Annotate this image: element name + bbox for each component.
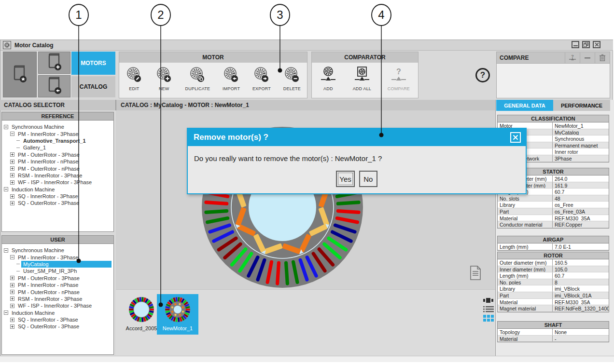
tree-node-label: MyCatalog <box>21 261 112 268</box>
expand-icon[interactable] <box>10 276 14 280</box>
tree-node-automotive-transport-1[interactable]: Automotive_Transport_1 <box>4 137 113 144</box>
tree-node-sq-outerrotor-3phase[interactable]: SQ - OuterRotor - 3Phase <box>4 200 113 206</box>
tree-node-pm-innerrotor-3phase[interactable]: PM - InnerRotor - 3Phase <box>4 130 113 137</box>
duplicate-motor-button[interactable]: DUPLICATE <box>185 67 210 91</box>
tree-node-sq-outerrotor-3phase[interactable]: SQ - OuterRotor - 3Phase <box>4 323 113 330</box>
trash-icon[interactable] <box>595 53 610 63</box>
book-plus-icon <box>46 53 63 73</box>
tree-node-pm-innerrotor-3phase[interactable]: PM - InnerRotor - 3Phase <box>4 254 113 260</box>
motor-plus-icon <box>155 67 173 85</box>
document-icon[interactable] <box>470 266 481 282</box>
tree-node-synchronous-machine[interactable]: Synchronous Machine <box>4 247 113 254</box>
expand-icon[interactable] <box>10 173 14 177</box>
expand-icon[interactable] <box>10 290 14 294</box>
tree-node-pm-outerrotor-3phase[interactable]: PM - OuterRotor - 3Phase <box>4 151 113 158</box>
yes-button[interactable]: Yes <box>336 171 354 187</box>
collapse-icon[interactable] <box>4 248 8 253</box>
window-title: Motor Catalog <box>14 42 54 49</box>
tree-node-label: Synchronous Machine <box>10 123 66 130</box>
compare-balance-icon[interactable]: ? <box>565 53 580 63</box>
motor-pencil-icon <box>126 67 143 85</box>
minimize-button[interactable] <box>572 41 579 48</box>
section-title: CLASSIFICATION <box>498 115 609 122</box>
motor-minus-icon <box>283 67 301 85</box>
help-icon[interactable]: ? <box>475 68 490 82</box>
reference-catalog-button[interactable] <box>3 52 37 97</box>
expand-icon[interactable] <box>10 160 14 164</box>
tree-node-gallery-1[interactable]: Gallery_1 <box>4 144 113 151</box>
tree-node-label: PM - InnerRotor - 3Phase <box>16 254 80 261</box>
expand-icon[interactable] <box>10 297 14 301</box>
tree-node-wf-isp-innerrotor-3phase[interactable]: WF - ISP - InnerRotor - 3Phase <box>4 302 113 309</box>
tab-performance[interactable]: PERFORMANCE <box>553 100 610 111</box>
tree-node-rsm-innerrotor-3phase[interactable]: RSM - InnerRotor - 3Phase <box>4 172 113 179</box>
reference-panel-title: REFERENCE <box>2 112 113 121</box>
tab-catalog[interactable]: CATALOG <box>71 76 115 97</box>
edit-motor-button[interactable]: EDIT <box>126 67 143 91</box>
collapse-icon[interactable] <box>4 310 8 315</box>
new-catalog-button[interactable] <box>38 52 70 74</box>
tree-node-label: PM - InnerRotor - 3Phase <box>16 131 80 137</box>
tree-node-pm-outerrotor-3phase[interactable]: PM - OuterRotor - 3Phase <box>4 275 113 282</box>
callout-circle-3 <box>270 4 290 26</box>
expand-icon[interactable] <box>10 318 14 322</box>
tree-node-induction-machine[interactable]: Induction Machine <box>4 310 113 316</box>
collapse-icon[interactable] <box>10 132 14 136</box>
carousel-view-icon[interactable] <box>483 297 494 305</box>
collapse-icon[interactable] <box>4 187 8 191</box>
import-catalog-button[interactable] <box>38 75 70 97</box>
tree-node-wf-isp-innerrotor-3phase[interactable]: WF - ISP - InnerRotor - 3Phase <box>4 179 113 186</box>
expand-icon[interactable] <box>10 194 14 199</box>
delete-motor-button[interactable]: DELETE <box>283 67 301 91</box>
tree-node-pm-outerrotor-nphase[interactable]: PM - OuterRotor - nPhase <box>4 165 113 172</box>
new-motor-button[interactable]: NEW <box>155 67 173 91</box>
tree-node-sq-innerrotor-3phase[interactable]: SQ - InnerRotor - 3Phase <box>4 193 113 200</box>
tree-node-sq-innerrotor-3phase[interactable]: SQ - InnerRotor - 3Phase <box>4 316 113 323</box>
thumbnail-accord_2005[interactable]: Accord_2005 <box>121 294 162 335</box>
expand-icon[interactable] <box>10 201 14 205</box>
tree-node-user-sm-pm-ir-3ph[interactable]: User_SM_PM_IR_3Ph <box>4 268 113 274</box>
tree-node-rsm-innerrotor-3phase[interactable]: RSM - InnerRotor - 3Phase <box>4 296 113 302</box>
add-all-comparator-button[interactable]: ADD ALL <box>353 67 371 91</box>
expand-icon[interactable] <box>10 180 14 185</box>
reference-panel: REFERENCE Synchronous MachinePM - InnerR… <box>1 112 114 232</box>
expand-icon[interactable] <box>10 283 14 287</box>
expand-icon[interactable] <box>10 304 14 308</box>
user-panel-title: USER <box>2 236 113 244</box>
callout-circle-1 <box>69 4 88 26</box>
restore-button[interactable] <box>582 41 590 48</box>
app-motor-icon <box>3 41 11 49</box>
close-icon[interactable] <box>593 41 600 48</box>
tree-node-mycatalog[interactable]: MyCatalog <box>4 261 113 268</box>
section-rotor: ROTOR Outer diameter (mm) 160.5 Inner di… <box>497 252 609 312</box>
tree-node-label: Synchronous Machine <box>10 247 66 254</box>
detail-row: Length (mm) 7.0 E-1 <box>498 243 609 250</box>
grid-view-icon[interactable] <box>483 315 494 324</box>
callout-circle-4 <box>372 4 391 26</box>
tree-node-label: Induction Machine <box>10 310 56 316</box>
collapse-icon[interactable] <box>4 125 8 129</box>
add-comparator-button[interactable]: ADD <box>320 67 336 91</box>
tree-node-induction-machine[interactable]: Induction Machine <box>4 186 113 193</box>
thumbnail-newmotor_1[interactable]: NewMotor_1 <box>157 294 198 335</box>
compare-comparator-button[interactable]: ? COMPARE <box>388 67 410 91</box>
collapse-icon[interactable] <box>10 255 14 259</box>
expand-icon[interactable] <box>10 324 14 329</box>
tree-node-label: Induction Machine <box>10 186 56 193</box>
no-button[interactable]: No <box>359 171 377 187</box>
compare-remove-icon[interactable] <box>580 53 595 63</box>
tree-node-pm-innerrotor-nphase[interactable]: PM - InnerRotor - nPhase <box>4 282 113 288</box>
export-motor-button[interactable]: EXPORT <box>252 67 271 91</box>
import-motor-button[interactable]: IMPORT <box>223 67 240 91</box>
tree-node-synchronous-machine[interactable]: Synchronous Machine <box>4 123 113 130</box>
expand-icon[interactable] <box>10 166 14 171</box>
tree-connector <box>16 148 20 148</box>
tree-node-pm-outerrotor-nphase[interactable]: PM - OuterRotor - nPhase <box>4 288 113 295</box>
dialog-close-icon[interactable] <box>510 132 521 143</box>
list-view-icon[interactable] <box>483 306 494 315</box>
tree-node-pm-innerrotor-nphase[interactable]: PM - InnerRotor - nPhase <box>4 158 113 165</box>
balance-frame-icon <box>354 67 370 85</box>
tab-general-data[interactable]: GENERAL DATA <box>496 100 553 111</box>
expand-icon[interactable] <box>10 152 14 157</box>
tab-motors[interactable]: MOTORS <box>71 52 115 75</box>
